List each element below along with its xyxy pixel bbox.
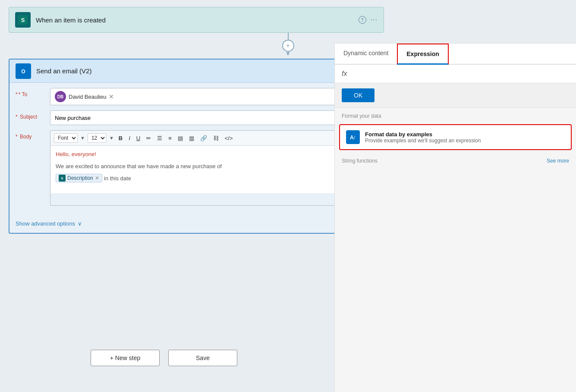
font-selector[interactable]: Font xyxy=(54,133,78,143)
connector-line-top xyxy=(288,33,289,40)
advanced-options[interactable]: Show advanced options ∨ xyxy=(9,216,383,233)
body-token-row: S Description ✕ in this date xyxy=(56,174,371,182)
ordered-list-button[interactable]: ≡ xyxy=(166,134,174,142)
ok-area: OK xyxy=(335,83,576,108)
email-card: O Send an email (V2) ? ··· ** To xyxy=(9,59,384,234)
see-more-link[interactable]: See more xyxy=(547,158,569,164)
chevron-down-icon: ∨ xyxy=(78,220,82,227)
email-app-icon: O xyxy=(16,63,31,79)
form-area: ** To DB David Beaulieu ✕ xyxy=(9,83,383,216)
tab-expression[interactable]: Expression xyxy=(397,44,448,65)
dynamic-content-panel: Dynamic content Expression fx OK Format … xyxy=(334,43,576,392)
token-icon: S xyxy=(59,175,66,182)
help-icon[interactable]: ? xyxy=(359,16,366,24)
align-center-button[interactable]: ▥ xyxy=(187,134,196,142)
description-token[interactable]: S Description ✕ xyxy=(56,174,102,182)
to-row: ** To DB David Beaulieu ✕ xyxy=(16,88,377,105)
string-functions-label: String functions xyxy=(342,158,378,164)
body-label: * Body xyxy=(16,130,50,140)
fx-label: fx xyxy=(342,70,347,78)
body-line1: Hello, everyone! xyxy=(56,150,371,159)
body-toolbar: Font ▼ 12 ▼ B I U ✏ ☰ ≡ ▤ ▥ xyxy=(50,131,377,146)
save-button[interactable]: Save xyxy=(168,350,237,366)
trigger-actions: ? ··· xyxy=(359,16,378,24)
link-button[interactable]: 🔗 xyxy=(198,134,209,142)
body-content[interactable]: Hello, everyone! We are excited to annou… xyxy=(50,146,377,193)
token-suffix: in this date xyxy=(104,175,131,182)
connector-arrow: ▼ xyxy=(285,50,291,57)
flow-area: S When an item is created ? ··· + ▼ O Se… xyxy=(0,0,388,392)
format-data-card[interactable]: A / Format data by examples Provide exam… xyxy=(339,124,572,150)
format-card-text: Format data by examples Provide examples… xyxy=(365,131,481,144)
svg-text:A: A xyxy=(350,135,354,141)
underline-button[interactable]: U xyxy=(134,134,142,142)
to-field-inner: DB David Beaulieu ✕ xyxy=(55,91,114,102)
body-row: * Body Font ▼ 12 ▼ B I xyxy=(16,130,377,206)
add-dynamic-area: Add dynamic... xyxy=(50,193,377,205)
trigger-title: When an item is created xyxy=(36,16,359,24)
svg-text:O: O xyxy=(21,69,25,75)
trigger-card[interactable]: S When an item is created ? ··· xyxy=(9,7,384,33)
format-section-label: Format your data xyxy=(335,108,576,122)
bottom-actions: + New step Save xyxy=(0,350,328,366)
remove-token-button[interactable]: ✕ xyxy=(95,175,99,181)
advanced-options-link[interactable]: Show advanced options xyxy=(16,220,75,227)
highlight-button[interactable]: ✏ xyxy=(144,134,153,142)
bold-button[interactable]: B xyxy=(116,134,125,142)
panel-tabs: Dynamic content Expression xyxy=(335,44,576,65)
email-card-title: Send an email (V2) xyxy=(36,67,358,75)
format-data-icon: A / xyxy=(346,130,360,144)
more-icon[interactable]: ··· xyxy=(371,16,378,24)
font-size-selector[interactable]: 12 xyxy=(88,133,107,143)
subject-row: * Subject xyxy=(16,110,377,125)
contact-avatar: DB xyxy=(55,91,66,102)
unlink-button[interactable]: ⛓ xyxy=(211,134,221,142)
format-card-title: Format data by examples xyxy=(365,131,481,138)
subject-field[interactable] xyxy=(50,110,377,125)
subject-label: * Subject xyxy=(16,110,50,120)
contact-chip: DB David Beaulieu ✕ xyxy=(55,91,114,102)
subject-input[interactable] xyxy=(55,115,372,121)
remove-contact-button[interactable]: ✕ xyxy=(109,93,114,100)
body-line2: We are excited to announce that we have … xyxy=(56,162,371,171)
code-button[interactable]: </> xyxy=(223,134,235,142)
contact-name: David Beaulieu xyxy=(69,94,106,100)
string-functions-area: String functions See more xyxy=(335,153,576,166)
trigger-icon: S xyxy=(15,12,31,28)
to-field[interactable]: DB David Beaulieu ✕ xyxy=(50,88,377,105)
formula-area: fx xyxy=(335,65,576,83)
new-step-button[interactable]: + New step xyxy=(91,350,160,366)
token-label: Description xyxy=(67,175,93,181)
italic-button[interactable]: I xyxy=(126,134,132,142)
align-left-button[interactable]: ▤ xyxy=(176,134,185,142)
format-card-desc: Provide examples and we'll suggest an ex… xyxy=(365,138,481,144)
email-card-header[interactable]: O Send an email (V2) ? ··· xyxy=(9,60,383,83)
ok-button[interactable]: OK xyxy=(342,88,375,102)
bullet-list-button[interactable]: ☰ xyxy=(155,134,164,142)
body-field-container: Font ▼ 12 ▼ B I U ✏ ☰ ≡ ▤ ▥ xyxy=(50,130,377,206)
tab-dynamic-content[interactable]: Dynamic content xyxy=(335,44,397,65)
svg-text:S: S xyxy=(21,17,25,23)
formula-input[interactable] xyxy=(351,70,569,77)
to-label: ** To xyxy=(16,88,50,97)
